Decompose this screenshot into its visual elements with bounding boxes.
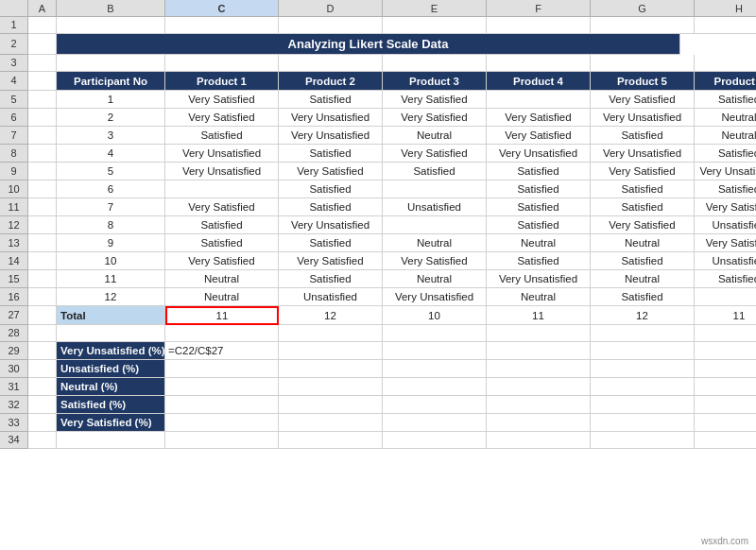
cell-a13 <box>28 234 57 252</box>
cell-a30 <box>28 360 57 378</box>
cell-b7: 3 <box>57 127 165 145</box>
cell-f13: Neutral <box>487 234 591 252</box>
row-14: 10 Very Satisfied Very Satisfied Very Sa… <box>28 252 756 270</box>
cell-c7: Satisfied <box>165 127 279 145</box>
cell-a8 <box>28 145 57 163</box>
cell-e15: Neutral <box>383 270 487 288</box>
cell-b1 <box>57 17 165 34</box>
cell-d29 <box>279 342 383 360</box>
cell-f10: Satisfied <box>487 180 591 198</box>
cell-e11: Unsatisfied <box>383 198 487 216</box>
row-31: Neutral (%) <box>28 378 756 396</box>
cell-a33 <box>28 414 57 432</box>
cell-a27 <box>28 306 57 325</box>
cell-c10 <box>165 180 279 198</box>
cell-g6: Very Unsatisfied <box>591 109 695 127</box>
cell-a31 <box>28 378 57 396</box>
cell-c34 <box>165 432 279 449</box>
row-1 <box>28 17 756 34</box>
cell-e34 <box>383 432 487 449</box>
row-num-16: 16 <box>0 288 28 306</box>
column-headers: A B C D E F G H <box>0 0 756 17</box>
watermark: wsxdn.com <box>701 536 748 546</box>
header-product6: Product 6 <box>695 72 756 91</box>
row-num-10: 10 <box>0 180 28 198</box>
row-33: Very Satisfied (%) <box>28 414 756 432</box>
spreadsheet: A B C D E F G H 1 2 3 4 5 6 7 8 9 10 11 … <box>0 0 756 550</box>
row-num-32: 32 <box>0 396 28 414</box>
row-12: 8 Satisfied Very Unsatisfied Satisfied V… <box>28 216 756 234</box>
cell-b3 <box>57 55 165 72</box>
cell-e29 <box>383 342 487 360</box>
cell-a9 <box>28 163 57 180</box>
cell-a28 <box>28 325 57 342</box>
row-num-27: 27 <box>0 306 28 325</box>
cell-c28 <box>165 325 279 342</box>
cell-d8: Satisfied <box>279 145 383 163</box>
row-4: Participant No Product 1 Product 2 Produ… <box>28 72 756 91</box>
row-num-4: 4 <box>0 72 28 91</box>
cell-a34 <box>28 432 57 449</box>
corner-cell <box>0 0 28 17</box>
cell-d11: Satisfied <box>279 198 383 216</box>
cell-f8: Very Unsatisfied <box>487 145 591 163</box>
cell-a12 <box>28 216 57 234</box>
cell-d13: Satisfied <box>279 234 383 252</box>
header-product3: Product 3 <box>383 72 487 91</box>
cell-h33 <box>695 414 756 432</box>
grid: Analyzing Likert Scale Data Participant … <box>28 17 756 449</box>
cell-e14: Very Satisfied <box>383 252 487 270</box>
formula-c29[interactable]: =C22/C$27 <box>165 342 279 360</box>
cell-a4 <box>28 72 57 91</box>
cell-g1 <box>591 17 695 34</box>
row-num-2: 2 <box>0 34 28 55</box>
cell-g3 <box>591 55 695 72</box>
cell-h14: Unsatisfied <box>695 252 756 270</box>
cell-h8: Satisfied <box>695 145 756 163</box>
cell-d7: Very Unsatisfied <box>279 127 383 145</box>
cell-c32 <box>165 396 279 414</box>
cell-g33 <box>591 414 695 432</box>
cell-c33 <box>165 414 279 432</box>
cell-e16: Very Unsatisfied <box>383 288 487 306</box>
row-num-13: 13 <box>0 234 28 252</box>
cell-f14: Satisfied <box>487 252 591 270</box>
cell-c30 <box>165 360 279 378</box>
cell-a2 <box>28 34 57 55</box>
total-d27: 12 <box>279 306 383 325</box>
cell-b13: 9 <box>57 234 165 252</box>
row-11: 7 Very Satisfied Satisfied Unsatisfied S… <box>28 198 756 216</box>
cell-a32 <box>28 396 57 414</box>
cell-h16 <box>695 288 756 306</box>
cell-g16: Satisfied <box>591 288 695 306</box>
row-7: 3 Satisfied Very Unsatisfied Neutral Ver… <box>28 127 756 145</box>
row-num-31: 31 <box>0 378 28 396</box>
cell-d32 <box>279 396 383 414</box>
row-30: Unsatisfied (%) <box>28 360 756 378</box>
row-num-6: 6 <box>0 109 28 127</box>
cell-h1 <box>695 17 756 34</box>
row-13: 9 Satisfied Satisfied Neutral Neutral Ne… <box>28 234 756 252</box>
cell-e30 <box>383 360 487 378</box>
row-numbers: 1 2 3 4 5 6 7 8 9 10 11 12 13 14 15 16 2… <box>0 17 28 449</box>
cell-b12: 8 <box>57 216 165 234</box>
row-6: 2 Very Satisfied Very Unsatisfied Very S… <box>28 109 756 127</box>
row-15: 11 Neutral Satisfied Neutral Very Unsati… <box>28 270 756 288</box>
cell-f33 <box>487 414 591 432</box>
cell-h6: Neutral <box>695 109 756 127</box>
cell-g34 <box>591 432 695 449</box>
cell-g7: Satisfied <box>591 127 695 145</box>
row-num-1: 1 <box>0 17 28 34</box>
cell-f3 <box>487 55 591 72</box>
row-8: 4 Very Unsatisfied Satisfied Very Satisf… <box>28 145 756 163</box>
cell-f7: Very Satisfied <box>487 127 591 145</box>
cell-g28 <box>591 325 695 342</box>
cell-f16: Neutral <box>487 288 591 306</box>
cell-g13: Neutral <box>591 234 695 252</box>
row-16: 12 Neutral Unsatisfied Very Unsatisfied … <box>28 288 756 306</box>
cell-g9: Very Satisfied <box>591 163 695 180</box>
cell-c8: Very Unsatisfied <box>165 145 279 163</box>
cell-f32 <box>487 396 591 414</box>
title-cell: Analyzing Likert Scale Data <box>57 34 680 55</box>
cell-b16: 12 <box>57 288 165 306</box>
